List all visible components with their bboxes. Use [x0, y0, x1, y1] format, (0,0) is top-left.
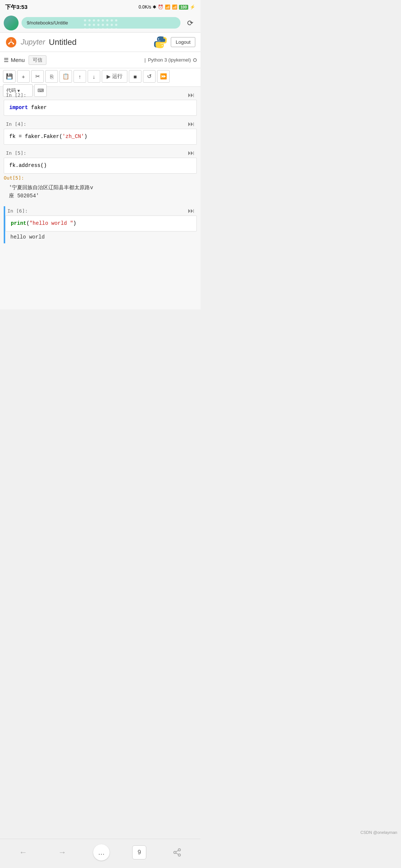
code-text: fk = faker.Faker(	[9, 134, 62, 139]
svg-point-3	[11, 39, 12, 40]
kernel-name: Python 3 (ipykernel)	[148, 57, 191, 63]
charging-icon: ⚡	[190, 4, 195, 10]
cell-5-skip-button[interactable]: ⏭	[188, 149, 195, 157]
status-bar: 下午3:53 0.0K/s ✱ ⏰ 📶 📶 100 ⚡	[0, 0, 200, 13]
notebook-area: In [2]: ⏭ import faker In [4]: ⏭ fk = fa…	[0, 87, 200, 309]
cell-4-input[interactable]: fk = faker.Faker('zh_CN')	[4, 129, 197, 145]
code-string: 'zh_CN'	[62, 134, 84, 139]
avatar-image	[4, 16, 19, 30]
trusted-badge: 可信	[29, 55, 46, 65]
status-time: 下午3:53	[5, 4, 27, 11]
url-input[interactable]: 9/notebooks/Untitle	[22, 17, 180, 29]
save-button[interactable]: 💾	[3, 70, 16, 83]
cell-5-header: In [5]: ⏭	[4, 148, 197, 158]
python-logo-icon	[154, 36, 167, 49]
cell-5-label: In [5]:	[6, 150, 26, 156]
bluetooth-icon: ✱	[153, 4, 156, 10]
copy-button[interactable]: ⎘	[45, 70, 58, 83]
notebook-spacer	[0, 247, 200, 292]
kernel-info: | Python 3 (ipykernel)	[144, 57, 197, 63]
battery-icon: 100	[179, 5, 188, 10]
separator: |	[144, 57, 146, 63]
status-icons: 0.0K/s ✱ ⏰ 📶 📶 100 ⚡	[138, 4, 195, 10]
cell-4-header: In [4]: ⏭	[4, 119, 197, 129]
code-text: faker	[31, 105, 47, 111]
restart-run-button[interactable]: ⏩	[157, 70, 170, 83]
keyboard-button[interactable]: ⌨	[34, 84, 47, 97]
code-text: )	[73, 220, 76, 226]
cell-6-output-value: hello world	[5, 231, 197, 243]
move-up-button[interactable]: ↑	[74, 70, 86, 83]
jupyter-header: Jupyter Untitled Logout	[0, 33, 200, 52]
cell-5-output-value: '宁夏回族自治区辽阳县丰都太原路v座 502054'	[4, 182, 197, 203]
cell-2: In [2]: ⏭ import faker	[4, 91, 197, 116]
run-label: 运行	[112, 73, 123, 80]
interrupt-button[interactable]: ■	[129, 70, 141, 83]
svg-point-5	[162, 45, 163, 46]
cell-6-input[interactable]: print("hello world ")	[5, 216, 197, 231]
cell-4-label: In [4]:	[6, 121, 26, 127]
cell-2-label: In [2]:	[6, 92, 26, 98]
cell-5-input[interactable]: fk.address()	[4, 158, 197, 174]
cell-4-skip-button[interactable]: ⏭	[188, 120, 195, 128]
cell-6-skip-button[interactable]: ⏭	[188, 207, 195, 215]
run-button[interactable]: ▶ 运行	[102, 70, 127, 83]
code-text: )	[84, 134, 87, 139]
url-text: 9/notebooks/Untitle	[27, 20, 68, 26]
add-cell-button[interactable]: +	[17, 70, 30, 83]
code-keyword: import	[9, 105, 28, 111]
cell-6-header: In [6]: ⏭	[5, 206, 197, 216]
cell-2-input[interactable]: import faker	[4, 100, 197, 116]
svg-point-2	[13, 43, 14, 45]
signal-icon: 📶	[165, 4, 170, 10]
code-keyword: print	[11, 220, 26, 226]
url-bar: 9/notebooks/Untitle ⟳	[0, 13, 200, 33]
restart-button[interactable]: ↺	[143, 70, 156, 83]
jupyter-brand-text: Jupyter	[21, 38, 45, 46]
url-decoration	[84, 17, 118, 29]
cell-6: In [6]: ⏭ print("hello world ") hello wo…	[4, 206, 197, 243]
refresh-button[interactable]: ⟳	[183, 16, 197, 30]
avatar[interactable]	[4, 16, 19, 30]
code-string: "hello world "	[29, 220, 73, 226]
cut-button[interactable]: ✂	[31, 70, 44, 83]
alarm-icon: ⏰	[158, 4, 163, 10]
cell-5-output-label: Out[5]:	[4, 174, 197, 182]
menu-label: Menu	[11, 57, 25, 63]
hamburger-icon: ☰	[4, 57, 9, 63]
cell-2-header: In [2]: ⏭	[4, 91, 197, 100]
network-speed: 0.0K/s	[138, 4, 151, 10]
cell-2-skip-button[interactable]: ⏭	[188, 91, 195, 99]
wifi-icon: 📶	[172, 4, 177, 10]
logout-button[interactable]: Logout	[171, 37, 195, 47]
svg-point-4	[158, 38, 159, 39]
code-text: fk.address()	[9, 162, 47, 168]
cell-4: In [4]: ⏭ fk = faker.Faker('zh_CN')	[4, 119, 197, 145]
toolbar: 💾 + ✂ ⎘ 📋 ↑ ↓ ▶ 运行 ■ ↺ ⏩ 代码 ▾ ⌨	[0, 68, 200, 87]
menu-bar: ☰ Menu 可信 | Python 3 (ipykernel)	[0, 52, 200, 68]
run-icon: ▶	[107, 73, 111, 79]
cell-5: In [5]: ⏭ fk.address() Out[5]: '宁夏回族自治区辽…	[4, 148, 197, 203]
move-down-button[interactable]: ↓	[88, 70, 100, 83]
paste-button[interactable]: 📋	[59, 70, 72, 83]
cell-6-label: In [6]:	[7, 208, 28, 214]
menu-button[interactable]: ☰ Menu	[4, 57, 25, 63]
jupyter-logo-icon	[5, 36, 17, 48]
svg-point-1	[8, 43, 10, 45]
notebook-title[interactable]: Untitled	[49, 37, 150, 47]
kernel-status-dot	[193, 58, 197, 62]
